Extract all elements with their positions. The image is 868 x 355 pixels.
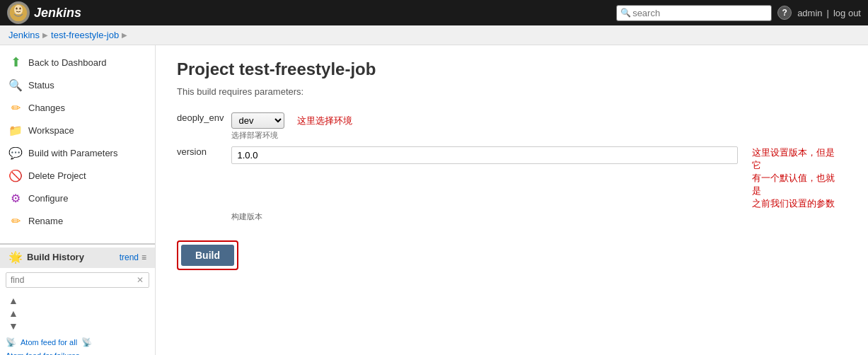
- sidebar-label-status: Status: [28, 80, 54, 91]
- breadcrumb-sep-2: ▶: [122, 31, 127, 39]
- top-navigation: Jenkins 🔍 ? admin | log out: [0, 0, 868, 25]
- status-icon: 🔍: [8, 78, 23, 92]
- sidebar-label-workspace: Workspace: [28, 125, 74, 136]
- version-param-label: version: [177, 142, 231, 223]
- env-annotation: 这里选择环境: [297, 115, 352, 127]
- trend-link[interactable]: trend: [120, 252, 139, 262]
- atom-feed-all-link[interactable]: Atom feed for all: [21, 338, 77, 347]
- find-input[interactable]: [6, 272, 149, 288]
- build-history-title: 🌟 Build History: [8, 250, 84, 264]
- workspace-icon: 📁: [8, 123, 23, 137]
- dashboard-icon: ⬆: [8, 55, 23, 69]
- find-input-area: ✕: [0, 268, 155, 292]
- search-wrapper: 🔍: [616, 5, 772, 21]
- version-annotation: 这里设置版本，但是它 有一个默认值，也就是 之前我们设置的参数: [752, 146, 840, 210]
- sidebar-item-rename[interactable]: ✏ Rename: [0, 209, 155, 232]
- version-param-control: 这里设置版本，但是它 有一个默认值，也就是 之前我们设置的参数 构建版本: [231, 142, 847, 223]
- version-annotation-line1: 这里设置版本，但是它: [752, 146, 840, 172]
- sidebar-item-configure[interactable]: ⚙ Configure: [0, 187, 155, 209]
- sidebar-label-back-to-dashboard: Back to Dashboard: [28, 57, 107, 68]
- sidebar-item-delete-project[interactable]: 🚫 Delete Project: [0, 164, 155, 187]
- search-input[interactable]: [616, 5, 772, 21]
- version-annotation-line3: 之前我们设置的参数: [752, 197, 840, 210]
- user-link[interactable]: admin: [797, 8, 822, 18]
- jenkins-title: Jenkins: [34, 6, 81, 21]
- env-param-control: dev test prod 这里选择环境 选择部署环境: [231, 108, 847, 142]
- separator: |: [827, 8, 829, 18]
- breadcrumb-jenkins[interactable]: Jenkins: [8, 30, 40, 40]
- build-history-label: Build History: [27, 252, 84, 262]
- breadcrumb-sep-1: ▶: [42, 31, 48, 39]
- history-icon: 🌟: [8, 250, 23, 264]
- find-clear-button[interactable]: ✕: [137, 275, 144, 285]
- sidebar-item-build-with-parameters[interactable]: 💬 Build with Parameters: [0, 141, 155, 164]
- build-requires-params-text: This build requires parameters:: [177, 86, 847, 97]
- atom-all-icon: 📡: [6, 337, 16, 347]
- version-annotation-line2: 有一个默认值，也就是: [752, 172, 840, 197]
- sidebar-item-status[interactable]: 🔍 Status: [0, 74, 155, 96]
- sidebar-label-delete-project: Delete Project: [28, 170, 86, 181]
- sidebar-label-rename: Rename: [28, 216, 63, 226]
- build-button-wrapper: Build: [177, 240, 238, 270]
- build-icon: 💬: [8, 146, 23, 160]
- atom-feed-bar: 📡 Atom feed for all 📡 Atom feed for fail…: [0, 334, 155, 355]
- user-area: admin | log out: [797, 8, 861, 18]
- svg-point-3: [16, 8, 17, 10]
- search-icon: 🔍: [620, 8, 631, 18]
- rename-icon: ✏: [8, 214, 23, 228]
- breadcrumb-job[interactable]: test-freestyle-job: [51, 30, 119, 40]
- build-history-links: trend ≡: [120, 252, 146, 262]
- logo-area: Jenkins: [7, 1, 81, 24]
- configure-icon: ⚙: [8, 191, 23, 205]
- breadcrumb: Jenkins ▶ test-freestyle-job ▶: [0, 25, 868, 45]
- sidebar: ⬆ Back to Dashboard 🔍 Status ✏ Changes 📁…: [0, 45, 156, 355]
- env-select-wrapper: dev test prod 这里选择环境: [231, 112, 840, 129]
- env-param-label: deoply_env: [177, 108, 231, 142]
- sidebar-item-workspace[interactable]: 📁 Workspace: [0, 119, 155, 141]
- main-content: Project test-freestyle-job This build re…: [156, 45, 868, 355]
- sidebar-label-configure: Configure: [28, 193, 68, 204]
- sidebar-item-changes[interactable]: ✏ Changes: [0, 96, 155, 119]
- nav-up-arrow[interactable]: ▲: [8, 308, 146, 319]
- build-history-header: 🌟 Build History trend ≡: [0, 248, 155, 268]
- page-title: Project test-freestyle-job: [177, 59, 847, 79]
- nav-down-arrow[interactable]: ▼: [8, 320, 146, 332]
- param-row-env: deoply_env dev test prod 这里选择环境 选择部署环境: [177, 108, 847, 142]
- help-button[interactable]: ?: [777, 6, 792, 20]
- nav-arrows: ▲ ▲ ▼: [0, 292, 155, 334]
- trend-icon: ≡: [141, 252, 146, 262]
- version-input[interactable]: [231, 146, 738, 164]
- sidebar-label-build-with-parameters: Build with Parameters: [28, 148, 117, 158]
- build-button[interactable]: Build: [181, 245, 234, 266]
- version-param-hint: 构建版本: [231, 211, 840, 222]
- atom-feed-failures-link[interactable]: Atom feed for failures: [6, 351, 80, 355]
- svg-point-4: [19, 8, 21, 10]
- delete-icon: 🚫: [8, 168, 23, 182]
- changes-icon: ✏: [8, 100, 23, 115]
- logout-link[interactable]: log out: [833, 8, 861, 18]
- search-area: 🔍 ? admin | log out: [616, 5, 861, 21]
- nav-top-arrow[interactable]: ▲: [8, 295, 146, 306]
- env-param-hint: 选择部署环境: [231, 130, 840, 141]
- atom-failures-icon: 📡: [81, 337, 92, 347]
- build-history-section: 🌟 Build History trend ≡ ✕ ▲ ▲ ▼ 📡 Atom f…: [0, 243, 155, 355]
- param-row-version: version 这里设置版本，但是它 有一个默认值，也就是 之前我们设置的参数 …: [177, 142, 847, 223]
- parameters-table: deoply_env dev test prod 这里选择环境 选择部署环境: [177, 108, 847, 223]
- jenkins-logo: [7, 1, 30, 24]
- sidebar-item-back-to-dashboard[interactable]: ⬆ Back to Dashboard: [0, 51, 155, 74]
- main-layout: ⬆ Back to Dashboard 🔍 Status ✏ Changes 📁…: [0, 45, 868, 355]
- env-select[interactable]: dev test prod: [231, 112, 284, 129]
- sidebar-label-changes: Changes: [28, 103, 65, 113]
